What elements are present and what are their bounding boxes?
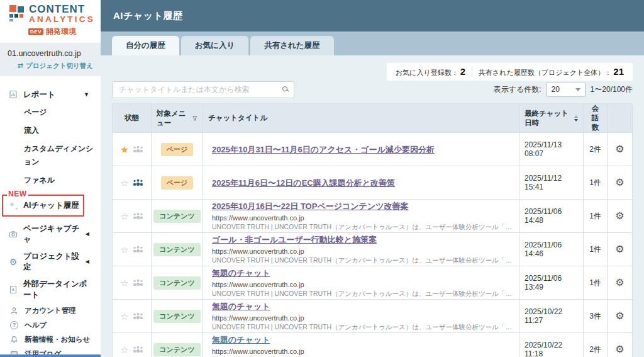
search-input[interactable]	[112, 81, 294, 98]
chat-description: UNCOVER TRUTH | UNCOVER TRUTH（アンカバートゥルース…	[212, 256, 514, 265]
chevron-left-icon: ◀	[86, 231, 89, 237]
conversation-count: 3件	[584, 300, 608, 333]
ai-chat-highlight-box: NEW ✦✦ AIチャット履歴	[2, 195, 84, 217]
sidebar-item-inflow[interactable]: 流入	[0, 122, 101, 140]
chat-url: https://www.uncovertruth.co.jp	[212, 348, 514, 355]
last-chat-datetime: 2025/11/06 13:49	[519, 266, 584, 300]
sidebar-item-custom-dimension[interactable]: カスタムディメンション	[0, 140, 101, 171]
logo-text-analytics: ANALYTICS	[29, 14, 95, 25]
page-title: AIチャット履歴	[113, 10, 182, 22]
favorite-star-icon[interactable]: ☆	[120, 312, 128, 321]
sidebar-footer-links: アカウント管理 ? ヘルプ 新着情報・お知らせ 活用ブログ ドキュメント お問い…	[0, 303, 101, 357]
stats-box: お気に入り登録数：2 共有された履歴数（プロジェクト全体）：21	[387, 63, 633, 81]
sidebar-item-news[interactable]: 新着情報・お知らせ	[0, 332, 101, 347]
chat-title-link[interactable]: 2025年10月31日〜11月6日のアクセス・ゴール減少要因分析	[212, 144, 435, 156]
favorite-star-icon[interactable]: ☆	[120, 178, 128, 188]
row-settings-gear-icon[interactable]: ⚙	[615, 310, 624, 321]
conversation-count: 2件	[584, 333, 608, 357]
chat-title-link[interactable]: 無題のチャット	[212, 301, 270, 312]
conversation-count: 1件	[584, 166, 608, 200]
sidebar-item-ai-chat-history[interactable]: ✦✦ AIチャット履歴	[3, 196, 83, 215]
table-row: ☆ コンテンツ 2025年10月16日〜22日 TOPページコンテンツ改善案 h…	[113, 200, 633, 233]
chat-title-link[interactable]: ゴール・非ゴールユーザー行動比較と施策案	[212, 234, 377, 246]
filter-funnel-icon[interactable]	[192, 115, 197, 122]
chat-title-link[interactable]: 2025年11月6日〜12日のEC購入課題分析と改善策	[212, 178, 395, 189]
sparkle-icon: ✦✦	[9, 201, 18, 210]
last-chat-datetime: 2025/10/22 11:18	[519, 333, 584, 357]
project-switch-link[interactable]: ⇄ プロジェクト切り替え	[8, 62, 93, 71]
tab-shared-history[interactable]: 共有された履歴	[250, 36, 333, 55]
shared-users-icon[interactable]	[133, 212, 143, 220]
favorite-star-icon[interactable]: ★	[120, 145, 128, 154]
logo-grid-icon	[9, 5, 26, 22]
shared-users-icon[interactable]	[133, 179, 143, 186]
chat-url: https://www.uncovertruth.co.jp	[212, 214, 514, 222]
per-page-select[interactable]: 20	[547, 82, 586, 97]
sidebar-item-account[interactable]: アカウント管理	[0, 303, 101, 318]
sidebar-item-report[interactable]: レポート ▼	[0, 86, 101, 103]
shared-count-value: 21	[613, 66, 624, 77]
new-badge: NEW	[7, 190, 28, 198]
shared-users-icon[interactable]	[133, 312, 143, 320]
row-settings-gear-icon[interactable]: ⚙	[615, 277, 624, 288]
conversation-count: 1件	[584, 200, 608, 233]
table-row: ☆ コンテンツ 無題のチャット https://www.uncovertruth…	[113, 300, 633, 333]
tabbar: 自分の履歴 お気に入り 共有された履歴	[101, 31, 644, 55]
row-settings-gear-icon[interactable]: ⚙	[615, 177, 624, 188]
sidebar-item-help[interactable]: ? ヘルプ	[0, 318, 101, 332]
menu-badge: ページ	[161, 176, 194, 190]
col-header-menu[interactable]: 対象メニュー	[152, 104, 203, 133]
shared-users-icon[interactable]	[133, 145, 143, 153]
env-label: 開発環境	[46, 26, 76, 37]
col-header-title: チャットタイトル	[203, 104, 519, 133]
chat-title-link[interactable]: 2025年10月16日〜22日 TOPページコンテンツ改善案	[212, 201, 409, 212]
report-chart-icon	[9, 90, 18, 99]
shared-users-icon[interactable]	[133, 246, 143, 253]
sidebar-item-page-capture[interactable]: ページキャプチャ ◀	[0, 220, 101, 248]
chat-url: https://www.uncovertruth.co.jp	[212, 314, 514, 322]
row-settings-gear-icon[interactable]: ⚙	[615, 210, 624, 221]
row-settings-gear-icon[interactable]: ⚙	[615, 344, 624, 354]
col-header-status: 状態	[113, 104, 152, 133]
menu-badge: コンテンツ	[153, 243, 200, 256]
row-settings-gear-icon[interactable]: ⚙	[615, 244, 624, 254]
chat-title-link[interactable]: 無題のチャット	[212, 334, 270, 346]
table-row: ☆ コンテンツ 無題のチャット https://www.uncovertruth…	[113, 266, 633, 300]
col-header-datetime[interactable]: 最終チャット日時	[519, 104, 584, 133]
shared-users-icon[interactable]	[133, 346, 143, 353]
page-header: AIチャット履歴	[101, 0, 644, 31]
favorite-star-icon[interactable]: ☆	[120, 345, 128, 354]
row-settings-gear-icon[interactable]: ⚙	[615, 144, 624, 154]
swap-icon: ⇄	[18, 62, 23, 70]
sidebar-item-project-settings[interactable]: ⚙ プロジェクト設定 ◀	[0, 248, 101, 276]
sidebar-item-data-import[interactable]: 外部データインポート	[0, 276, 101, 303]
last-chat-datetime: 2025/11/06 14:46	[519, 233, 584, 266]
sort-icon[interactable]	[574, 115, 578, 122]
horizontal-scrollbar[interactable]	[0, 354, 101, 357]
bell-icon	[10, 336, 18, 344]
table-row: ★ ページ 2025年10月31日〜11月6日のアクセス・ゴール減少要因分析 2…	[113, 133, 633, 166]
search-icon[interactable]	[282, 86, 287, 91]
tab-my-history[interactable]: 自分の履歴	[112, 36, 179, 55]
chat-title-link[interactable]: 無題のチャット	[212, 268, 270, 279]
sidebar-item-page[interactable]: ページ	[0, 103, 101, 122]
chat-description: UNCOVER TRUTH | UNCOVER TRUTH（アンカバートゥルース…	[212, 290, 514, 298]
sidebar-item-funnel[interactable]: ファネル	[0, 171, 101, 190]
favorite-star-icon[interactable]: ☆	[120, 278, 128, 288]
chat-url: https://www.uncovertruth.co.jp	[212, 247, 514, 255]
logo-text-content: CONTENT	[29, 4, 95, 14]
last-chat-datetime: 2025/10/22 11:27	[519, 300, 584, 333]
tab-favorites[interactable]: お気に入り	[181, 36, 248, 55]
last-chat-datetime: 2025/11/12 15:41	[519, 166, 584, 200]
menu-badge: コンテンツ	[153, 276, 200, 290]
favorite-star-icon[interactable]: ☆	[120, 212, 128, 221]
sidebar-menu: レポート ▼ ページ 流入 カスタムディメンション ファネル NEW ✦✦ AI…	[0, 76, 101, 303]
per-page-label: 表示する件数:	[494, 84, 541, 95]
camera-icon	[9, 230, 18, 239]
logo[interactable]: CONTENT ANALYTICS DEV 開発環境	[0, 0, 101, 40]
shared-users-icon[interactable]	[133, 279, 143, 286]
dev-badge: DEV	[28, 28, 43, 35]
import-icon	[9, 285, 18, 294]
favorite-star-icon[interactable]: ☆	[120, 245, 128, 254]
shared-count-label: 共有された履歴数（プロジェクト全体）：	[479, 69, 611, 76]
